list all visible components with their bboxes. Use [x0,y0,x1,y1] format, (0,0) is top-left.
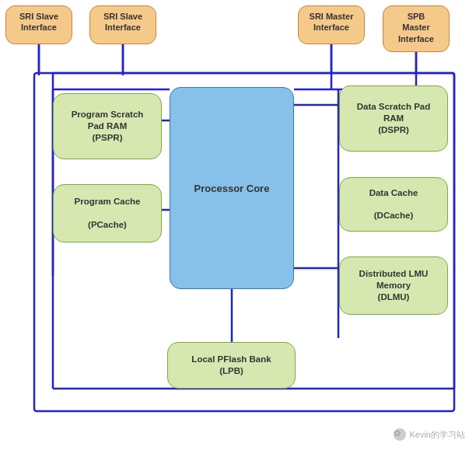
diagram-container: SRI Slave Interface SRI SlaveInterface S… [0,0,476,450]
sri-slave-1-box: SRI Slave Interface [5,5,72,44]
watermark-icon: ✿ [394,428,406,441]
dcache-label: Data Cache(DCache) [369,187,418,222]
dcache-box: Data Cache(DCache) [339,177,448,232]
sri-master-box: SRI MasterInterface [298,5,365,44]
sri-master-label: SRI MasterInterface [310,12,354,32]
lpb-label: Local PFlash Bank(LPB) [191,354,271,377]
spb-master-label: SPBMasterInterface [398,12,434,44]
watermark: ✿ Kevin的学习站 [394,428,465,441]
pcache-label: Program Cache(PCache) [74,196,140,231]
watermark-text: Kevin的学习站 [409,429,465,441]
pspr-label: Program ScratchPad RAM(PSPR) [72,109,144,144]
pcache-box: Program Cache(PCache) [53,184,162,242]
sri-slave-2-label: SRI SlaveInterface [103,12,142,32]
spb-master-box: SPBMasterInterface [383,5,450,52]
processor-core-box: Processor Core [170,87,294,289]
dspr-box: Data Scratch PadRAM(DSPR) [339,85,448,152]
dlmu-label: Distributed LMUMemory(DLMU) [359,268,429,303]
dspr-label: Data Scratch PadRAM(DSPR) [357,101,431,136]
sri-slave-2-box: SRI SlaveInterface [89,5,156,44]
dlmu-box: Distributed LMUMemory(DLMU) [339,256,448,315]
processor-core-label: Processor Core [194,183,270,194]
sri-slave-1-label: SRI Slave Interface [19,12,58,32]
pspr-box: Program ScratchPad RAM(PSPR) [53,93,162,159]
lpb-box: Local PFlash Bank(LPB) [167,342,296,389]
